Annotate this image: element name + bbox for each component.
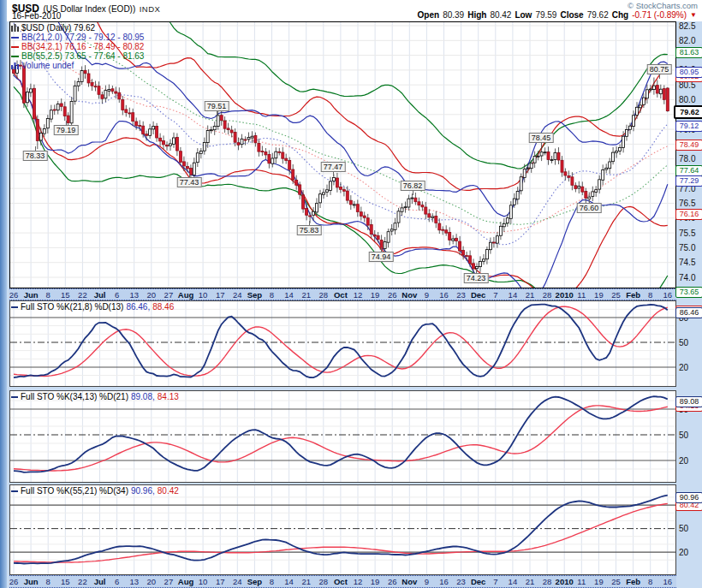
stoch-axis-label: 20 (679, 548, 688, 557)
legend-bb21: BB(21,2.0) 77.29 - 79.12 - 80.95 (11, 33, 144, 42)
price-annotation: 74.23 (464, 273, 489, 283)
date-axis-2: 26Jun81522Jul6132027Aug101724Sep8142128O… (9, 575, 676, 588)
price-badge: 79.12 (675, 121, 702, 132)
stoch-badge: 86.46 (675, 307, 702, 318)
stoch-panel-3-svg (9, 484, 676, 575)
price-annotation: 79.51 (205, 101, 229, 111)
annotation-stem (217, 111, 217, 116)
stoch-panel-2-svg (9, 390, 676, 483)
k-line-icon (11, 306, 18, 308)
chart-type-icon (11, 24, 19, 32)
close-value: 79.62 (587, 10, 609, 20)
price-annotation: 76.60 (577, 203, 602, 213)
stoch3-legend: Full STO %K(55,21) %D(34) 90.96, 80.42 (11, 486, 179, 496)
price-axis-label: 74.0 (679, 273, 695, 282)
price-axis-label: 75.0 (679, 243, 695, 252)
chg-label: Chg (612, 10, 628, 20)
price-badge: 77.64 (675, 165, 702, 176)
stoch-badge: 89.08 (675, 396, 702, 407)
stoch-axis-label: 20 (679, 456, 688, 466)
main-legend-title: $USD (Daily) 79.62 (11, 23, 95, 33)
legend-bb34: BB(34,2.1) 76.16 - 78.49 - 80.82 (11, 42, 144, 51)
stockcharts-chart-page: $USD (US Dollar Index (EOD)) INDX © Stoc… (0, 0, 702, 588)
price-axis-label: 82.5 (679, 21, 695, 31)
chg-value: -0.71 (-0.89%) (632, 10, 687, 20)
price-axis-label: 75.5 (679, 229, 695, 238)
price-badge: 78.49 (675, 140, 702, 151)
date-label: 16 (657, 577, 679, 587)
annotation-stem (413, 191, 413, 195)
price-badge: 79.62 (674, 105, 702, 119)
price-annotation: 76.82 (401, 181, 425, 191)
open-label: Open (418, 10, 440, 20)
price-badge: 76.16 (675, 209, 702, 220)
stoch-panel-1-svg (9, 300, 676, 387)
symbol-exchange: INDX (140, 4, 161, 14)
price-annotation: 80.75 (647, 64, 672, 74)
down-triangle-icon: ▼ (690, 11, 697, 19)
stoch-axis-label: 50 (679, 338, 688, 347)
high-label: High (467, 10, 486, 20)
legend-bb55: BB(55,2.5) 73.65 - 77.64 - 81.63 (11, 51, 144, 61)
price-annotation: 78.45 (529, 133, 554, 143)
chart-date: 16-Feb-2010 (12, 11, 61, 21)
price-annotation: 77.43 (177, 177, 202, 187)
stoch2-legend: Full STO %K(34,13) %D(21) 89.08, 84.13 (11, 392, 179, 401)
stoch-badge: 90.96 (675, 492, 702, 503)
bb21-line-icon (11, 37, 19, 39)
annotation-stem (333, 172, 334, 176)
price-annotation: 75.83 (297, 225, 322, 235)
title-row: $USD (US Dollar Index (EOD)) INDX (12, 0, 160, 11)
price-axis-label: 78.0 (679, 154, 695, 163)
annotation-stem (541, 143, 542, 147)
bb55-line-icon (11, 56, 19, 57)
price-badge: 81.63 (675, 47, 702, 58)
legend-volume: Volume undef (11, 61, 74, 70)
stoch-axis-label: 50 (679, 431, 688, 440)
stoch1-legend: Full STO %K(21,8) %D(13) 86.46, 88.46 (11, 302, 174, 312)
price-axis-label: 74.5 (679, 258, 695, 267)
price-annotation: 79.19 (54, 125, 79, 135)
price-axis-label: 76.5 (679, 199, 695, 208)
stoch-axis-label: 20 (679, 363, 688, 372)
high-value: 80.42 (490, 10, 511, 20)
price-badge: 73.65 (675, 287, 702, 298)
k-line-icon (11, 396, 18, 398)
price-annotation: 77.47 (321, 162, 346, 172)
bb34-line-icon (11, 46, 19, 48)
close-label: Close (560, 10, 583, 20)
price-axis-label: 82.0 (679, 36, 695, 45)
low-label: Low (515, 10, 532, 20)
price-badge: 80.95 (675, 67, 702, 78)
stoch-axis-label: 50 (679, 524, 688, 533)
low-value: 79.59 (535, 10, 556, 20)
k-line-icon (11, 490, 18, 492)
date-axis-1: 26Jun81522Jul6132027Aug101724Sep8142128O… (9, 288, 676, 300)
price-annotation: 78.33 (23, 151, 48, 161)
quote-row: Open 80.39 High 80.42 Low 79.59 Close 79… (418, 10, 697, 20)
open-value: 80.39 (443, 10, 464, 20)
price-chart-svg (9, 21, 676, 288)
price-badge: 77.29 (675, 175, 702, 187)
chart-header: $USD (US Dollar Index (EOD)) INDX © Stoc… (7, 0, 702, 21)
copyright: © StockCharts.com (628, 1, 698, 10)
volume-bars-icon (11, 62, 19, 69)
price-annotation: 74.94 (369, 252, 394, 262)
annotation-stem (659, 74, 660, 79)
price-axis-label: 80.0 (679, 95, 695, 104)
